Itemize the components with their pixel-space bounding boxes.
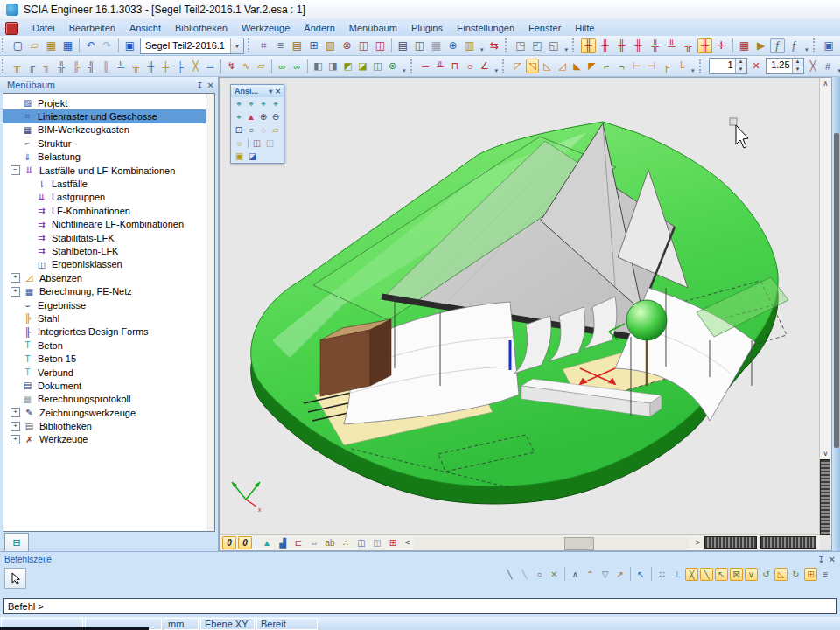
tree-item-bim-werkzeugkasten[interactable]: ▦BIM-Werkzeugkasten [4,123,214,136]
member-column-icon[interactable]: ║ [100,59,113,74]
member-plate-icon[interactable]: ═ [204,59,217,74]
support-sliding-icon[interactable]: ◺ [541,59,554,74]
load-surface-icon[interactable]: ⊓ [449,59,462,74]
member-base-icon[interactable]: ╩ [115,59,128,74]
curve-tool-icon[interactable]: ∿ [240,59,253,74]
spin-up-icon[interactable]: ▲ [736,59,746,66]
walk-through-icon[interactable]: ▲ [246,111,256,122]
tree-item-absenzen[interactable]: +◿Absenzen [4,271,214,284]
menu-werkzeuge[interactable]: Werkzeuge [234,21,297,35]
model-viewport[interactable]: x Ansi... ▾ ✕ ⌖⌖⌖⌖⌖▲⊕⊖⊡○◌▱☼◫◫▣◪ ∧ ∨ [219,77,832,551]
disconnect-members-icon[interactable]: ◨ [326,59,340,74]
close-icon[interactable]: ✕ [275,88,281,95]
layer-current-b-icon[interactable]: 0 [238,536,252,550]
tree-item-berechnungsprotokoll[interactable]: ▦Berechnungsprotokoll [4,393,214,406]
redo-icon[interactable]: ↷ [100,38,115,53]
member-1d-column-icon[interactable]: ╓ [25,59,38,74]
tree-item-linienraster-und-geschosse[interactable]: ⌗Linienraster und Geschosse [4,109,214,122]
overflow-chevron-icon[interactable]: ▾ [805,46,808,55]
menu-tree-tab[interactable]: ⊟ [4,533,29,551]
tree-item-stahl[interactable]: ╠Stahl [4,312,214,325]
tree-item-ergebnisklassen[interactable]: ◫Ergebnisklassen [4,258,214,271]
print-preview-icon[interactable]: ◫ [412,38,427,53]
zoom-selection-icon[interactable]: ◌ [258,124,269,136]
layer-current-a-icon[interactable]: 0 [222,536,236,550]
load-point-icon[interactable]: ─ [419,59,432,74]
load-view-params-icon[interactable]: ◫ [264,137,276,149]
activity-by-layers-icon[interactable]: ╫ [631,38,646,53]
grid-display-icon[interactable]: ⊞ [386,536,400,550]
member-diagonal-icon[interactable]: ╳ [189,59,202,74]
menu-datei[interactable]: Datei [25,21,62,35]
tree-item-lastfaelle-und-lf-kombinationen[interactable]: −⇊Lastfälle und LF-Kombinationen [4,164,214,177]
member-haunch-icon[interactable]: ╠ [70,59,83,74]
toolbar-grip[interactable] [572,38,577,52]
snap-dot-grid-icon[interactable]: ∷ [655,568,668,581]
tree-item-dokument[interactable]: ▤Dokument [4,379,214,392]
clipboard-cut-view-icon[interactable]: ◳ [514,38,528,53]
app-icon[interactable] [5,22,18,35]
menu-einstellungen[interactable]: Einstellungen [450,21,522,35]
expander-plus-icon[interactable]: + [10,422,20,431]
viewport-hscrollbar[interactable] [414,537,688,549]
pick-face-icon[interactable]: ▽ [598,568,612,581]
draw-circle-icon[interactable]: ○ [533,568,546,581]
load-free-circle-icon[interactable]: ○ [464,59,477,74]
export-activity-icon[interactable]: ▶ [753,38,768,53]
tree-item-nichtlineare-lf-kombinationen[interactable]: ⇉Nichtlineare LF-Kombinationen [4,218,214,231]
toolbar-grip[interactable] [813,38,817,52]
visibility-filter-on-icon[interactable]: ƒ [770,38,785,53]
spin-down-icon[interactable]: ▼ [793,66,803,74]
menu-fenster[interactable]: Fenster [522,21,568,35]
snap-intersection-icon[interactable]: ⊠ [730,568,743,581]
view-open-icon[interactable]: ▱ [270,124,281,136]
chevron-down-icon[interactable]: ▾ [269,88,272,95]
selection-cursor-button[interactable] [4,568,26,589]
support-right-icon[interactable]: ⊣ [645,59,658,74]
command-table-icon[interactable]: ≡ [819,568,832,581]
tree-item-ergebnisse[interactable]: ⌣Ergebnisse [4,298,214,312]
tree-item-integriertes-design-forms[interactable]: ╟Integriertes Design Forms [4,326,214,339]
member-link-icon[interactable]: ╞ [174,59,187,74]
table-results-icon[interactable]: ◫ [373,38,388,53]
menu--ndern[interactable]: Ändern [297,21,341,35]
tree-item-beton-15[interactable]: TBeton 15 [4,352,214,365]
support-foundation-icon[interactable]: ¬ [615,59,628,74]
scroll-up-icon[interactable]: ∧ [820,78,831,89]
tree-scrollbar[interactable] [206,94,214,531]
member-1d-rib-icon[interactable]: ╖ [40,59,53,74]
toolbar-grip[interactable] [2,60,6,74]
dimension-lines-icon[interactable]: ⇔ [307,536,321,550]
overflow-chevron-icon[interactable]: ▾ [565,46,569,55]
member-1d-beam-icon[interactable]: ╥ [10,59,24,74]
cross-link-icon[interactable]: ◩ [341,59,354,74]
undo-icon[interactable]: ↶ [83,38,98,53]
snap-endpoint-icon[interactable]: ╲ [700,568,713,581]
save-activity-icon[interactable]: ▦ [737,38,752,53]
snap-nearest-icon[interactable]: ↖ [715,568,728,581]
expander-minus-icon[interactable]: − [10,165,20,175]
snap-perpendicular-icon[interactable]: ∨ [745,568,758,581]
expander-plus-icon[interactable]: + [10,408,20,417]
hinged-connection-icon[interactable]: ◫ [371,59,384,74]
hscroll-thumb[interactable] [564,537,594,550]
scroll-left-icon[interactable]: < [405,538,410,547]
tree-item-projekt[interactable]: ▨Projekt [4,96,214,109]
activity-workplane-icon[interactable]: ╬ [648,38,662,53]
snap-midpoint-icon[interactable]: ╳ [685,568,698,581]
toolbar-grip[interactable] [2,38,6,52]
support-node-icon[interactable]: ⊚ [386,59,399,74]
scroll-right-icon[interactable]: > [696,538,700,547]
support-fixed-icon[interactable]: ◸ [511,59,524,74]
overflow-chevron-icon[interactable]: ▾ [495,67,499,76]
menu-ansicht[interactable]: Ansicht [122,21,168,35]
member-brace-icon[interactable]: ╫ [144,59,158,74]
support-edge-2-icon[interactable]: ╘ [675,59,688,74]
tree-item-belastung[interactable]: ⇓Belastung [4,150,214,164]
project-manager-icon[interactable]: ▣ [122,38,137,53]
render-mode-icon[interactable]: ▲ [260,536,274,550]
support-surface-icon[interactable]: ◤ [585,59,598,74]
save-view-params-icon[interactable]: ◫ [251,137,262,149]
copy-properties-icon[interactable]: ▧ [323,38,338,53]
bim-exchange-icon[interactable]: ⇆ [487,38,502,53]
